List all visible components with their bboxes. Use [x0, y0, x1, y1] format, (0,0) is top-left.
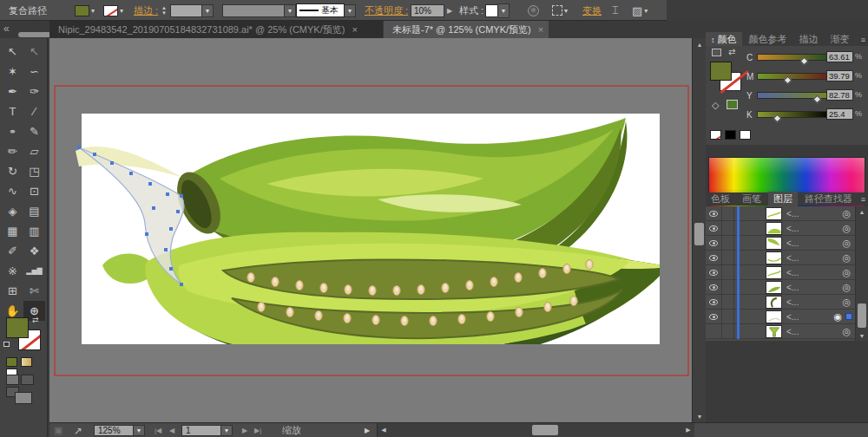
lock-cell[interactable]	[722, 206, 734, 221]
chevron-down-icon[interactable]: ▼	[134, 425, 145, 436]
layer-name[interactable]: <...	[786, 297, 842, 307]
tab-swatches[interactable]: 色板	[706, 192, 735, 206]
layer-name[interactable]: <...	[786, 283, 842, 292]
visibility-cell[interactable]	[706, 206, 722, 221]
layer-name[interactable]: <...	[786, 268, 842, 277]
free-transform-tool[interactable]: ⊡	[23, 181, 45, 201]
layer-row[interactable]: <...◎	[706, 280, 868, 295]
status-expand-arrow[interactable]: ▶	[365, 423, 370, 437]
selection-tool[interactable]: ↖	[2, 42, 23, 62]
default-fill-stroke-icon[interactable]	[3, 342, 10, 347]
chevron-down-icon[interactable]: ▾	[644, 7, 648, 15]
blend-tool[interactable]: ❖	[23, 241, 45, 261]
last-artboard-button[interactable]: ▶|	[254, 423, 261, 437]
draw-behind-button[interactable]	[21, 375, 34, 385]
chevron-down-icon[interactable]: ▼	[221, 425, 233, 436]
export-icon[interactable]: ↗	[74, 423, 82, 437]
scroll-up-icon[interactable]: ▲	[856, 206, 868, 217]
channel-slider[interactable]	[757, 111, 832, 118]
layer-row[interactable]: <...◎	[706, 265, 868, 280]
paintbrush-tool[interactable]: ✎	[23, 121, 45, 141]
chevron-down-icon[interactable]: ▼	[345, 4, 356, 17]
channel-value-field[interactable]: 25.4	[826, 108, 853, 120]
scroll-up-icon[interactable]: ▲	[693, 39, 707, 49]
tools-collapse-icon[interactable]: «	[3, 23, 10, 35]
layer-thumbnail[interactable]	[766, 222, 782, 235]
perspective-grid-tool[interactable]: ▤	[23, 201, 45, 221]
visibility-cell[interactable]	[706, 295, 722, 310]
stroke-none-swatch[interactable]	[103, 5, 118, 16]
visibility-cell[interactable]	[706, 251, 722, 265]
target-icon[interactable]: ◎	[842, 282, 851, 293]
lock-cell[interactable]	[722, 324, 734, 339]
channel-value-field[interactable]: 39.79	[826, 70, 853, 82]
swap-fill-stroke-icon[interactable]: ⇄	[32, 316, 39, 324]
layer-row[interactable]: <...◎	[706, 251, 868, 265]
line-segment-tool[interactable]: ∕	[23, 101, 45, 121]
layers-scrollbar[interactable]: ▲ ▼	[855, 206, 868, 341]
artboard-tool[interactable]: ⊞	[2, 281, 23, 301]
fill-color-well[interactable]: ▾	[75, 0, 95, 21]
next-artboard-button[interactable]: ▶	[242, 423, 247, 437]
canvas-horizontal-scrollbar[interactable]: ◀ ▶	[377, 423, 694, 437]
channel-slider[interactable]	[757, 73, 832, 80]
layer-row[interactable]: <...◉	[706, 310, 868, 324]
tab-color-guide[interactable]: 颜色参考	[744, 32, 792, 47]
layer-row[interactable]: <...◎	[706, 324, 868, 339]
layer-thumbnail[interactable]	[766, 281, 782, 294]
black-swatch[interactable]	[725, 130, 736, 140]
draw-normal-button[interactable]	[6, 375, 19, 385]
scrollbar-thumb[interactable]	[694, 223, 704, 245]
lock-cell[interactable]	[722, 265, 734, 280]
none-swatch[interactable]	[710, 130, 721, 140]
chevron-down-icon[interactable]: ▾	[120, 7, 123, 15]
gradient-mode-button[interactable]	[21, 357, 32, 367]
layer-name[interactable]: <...	[786, 312, 833, 322]
target-icon[interactable]: ◉	[833, 311, 842, 323]
scale-tool[interactable]: ◳	[23, 161, 45, 181]
layer-name[interactable]: <...	[786, 238, 842, 248]
screen-mode-button[interactable]	[15, 392, 32, 404]
lock-cell[interactable]	[722, 295, 734, 310]
rotate-tool[interactable]: ↻	[2, 161, 23, 181]
lock-cell[interactable]	[722, 280, 734, 295]
color-mode-button[interactable]	[6, 357, 17, 367]
fill-swatch[interactable]	[6, 317, 29, 338]
document-tab[interactable]: Nipic_29483542_20190705184832731089.ai* …	[49, 21, 383, 38]
tab-color[interactable]: ↕ 颜色	[706, 32, 742, 47]
layer-thumbnail[interactable]	[766, 310, 782, 323]
eyedropper-tool[interactable]: ✐	[2, 241, 23, 261]
target-icon[interactable]: ◎	[842, 223, 851, 234]
scroll-down-icon[interactable]: ▼	[856, 330, 868, 341]
layer-thumbnail[interactable]	[766, 296, 782, 309]
layer-name[interactable]: <...	[786, 209, 842, 218]
direct-selection-tool[interactable]: ↖	[23, 42, 45, 62]
pen-tool[interactable]: ✒	[2, 82, 23, 101]
stroke-width-field[interactable]: ▼	[170, 0, 214, 21]
width-tool[interactable]: ∿	[2, 181, 23, 201]
target-icon[interactable]: ◎	[842, 238, 851, 249]
prev-artboard-button[interactable]: ◀	[169, 423, 174, 437]
close-icon[interactable]: ×	[538, 24, 543, 35]
channel-value-field[interactable]: 82.78	[826, 89, 853, 101]
channel-slider[interactable]	[757, 54, 832, 61]
scroll-down-icon[interactable]: ▼	[693, 411, 707, 421]
column-graph-tool[interactable]: ▂▅▇	[23, 261, 45, 281]
panel-menu-icon[interactable]: ≡	[861, 195, 865, 204]
layer-thumbnail[interactable]	[766, 325, 782, 338]
zoom-level-dropdown[interactable]: 125%▼	[94, 423, 145, 437]
tab-stroke[interactable]: 描边	[794, 32, 824, 47]
stroke-width-stepper[interactable]: ▲▼	[161, 0, 168, 21]
mesh-tool[interactable]: ▦	[2, 221, 23, 241]
layer-name[interactable]: <...	[786, 224, 842, 233]
visibility-cell[interactable]	[706, 280, 722, 295]
target-icon[interactable]: ◎	[842, 208, 851, 219]
layer-row[interactable]: <...◎	[706, 221, 868, 236]
opacity-field[interactable]: 10%	[411, 0, 444, 21]
chevron-down-icon[interactable]: ▼	[498, 3, 510, 18]
brush-definition-dropdown[interactable]: 基本▼	[296, 0, 356, 21]
chevron-down-icon[interactable]: ▾	[564, 7, 568, 15]
canvas-vertical-scrollbar[interactable]: ▲ ▼	[692, 38, 706, 422]
lock-cell[interactable]	[722, 251, 734, 265]
stroke-link[interactable]: 描边 :	[134, 0, 158, 21]
